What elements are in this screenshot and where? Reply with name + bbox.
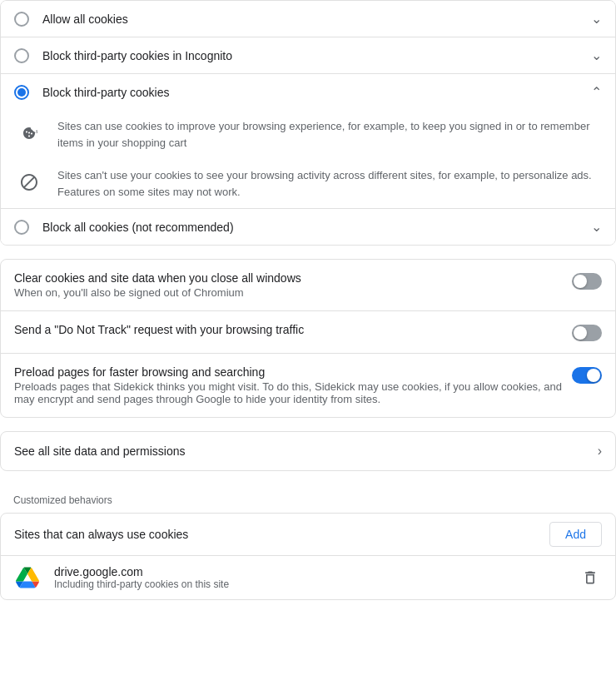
cookie-block-expand-item: Sites can't use your cookies to see your… <box>1 159 615 208</box>
allow-all-cookies-item: Allow all cookies ⌄ <box>1 1 615 37</box>
site-domain: drive.google.com <box>54 565 565 578</box>
clear-cookies-title: Clear cookies and site data when you clo… <box>14 271 572 285</box>
block-third-party-label: Block third-party cookies <box>42 86 584 99</box>
block-incognito-radio[interactable] <box>14 48 29 63</box>
site-entry-drive: drive.google.com Including third-party c… <box>1 556 615 599</box>
do-not-track-toggle[interactable] <box>572 325 602 341</box>
trash-icon <box>582 569 599 586</box>
site-data-section: See all site data and permissions › <box>0 431 616 471</box>
block-all-cookies-item: Block all cookies (not recommended) ⌄ <box>1 209 615 245</box>
block-incognito-label: Block third-party cookies in Incognito <box>42 49 584 62</box>
allow-all-label: Allow all cookies <box>42 12 584 26</box>
site-description: Including third-party cookies on this si… <box>54 578 565 590</box>
preload-pages-toggle[interactable] <box>572 367 602 384</box>
site-info-drive: drive.google.com Including third-party c… <box>54 565 565 590</box>
clear-cookies-desc: When on, you'll also be signed out of Ch… <box>14 286 572 299</box>
do-not-track-row: Send a "Do Not Track" request with your … <box>1 311 615 354</box>
see-all-site-data-row[interactable]: See all site data and permissions › <box>1 432 615 470</box>
allow-all-cookies-row[interactable]: Allow all cookies ⌄ <box>1 1 615 37</box>
preload-pages-title: Preload pages for faster browsing and se… <box>14 365 572 379</box>
cookie-allow-text: Sites can use cookies to improve your br… <box>57 118 602 151</box>
drive-favicon <box>14 564 41 591</box>
block-third-party-row[interactable]: Block third-party cookies ⌃ <box>1 74 615 110</box>
customized-behaviors-section: Customized behaviors Sites that can alwa… <box>0 478 616 600</box>
clear-cookies-row: Clear cookies and site data when you clo… <box>1 260 615 311</box>
toggle-section: Clear cookies and site data when you clo… <box>0 259 616 418</box>
delete-site-button[interactable] <box>579 566 602 589</box>
preload-pages-desc: Preloads pages that Sidekick thinks you … <box>14 380 572 405</box>
clear-cookies-toggle[interactable] <box>572 273 602 290</box>
block-third-party-chevron: ⌃ <box>591 84 602 100</box>
block-all-chevron: ⌄ <box>591 219 602 235</box>
cookie-allow-expand-item: Sites can use cookies to improve your br… <box>1 110 615 159</box>
block-incognito-item: Block third-party cookies in Incognito ⌄ <box>1 37 615 74</box>
block-third-party-item: Block third-party cookies ⌃ Sites can us… <box>1 74 615 209</box>
do-not-track-content: Send a "Do Not Track" request with your … <box>14 323 572 338</box>
block-incognito-chevron: ⌄ <box>591 47 602 63</box>
block-all-label: Block all cookies (not recommended) <box>42 221 584 234</box>
customized-behaviors-title: Customized behaviors <box>0 478 616 513</box>
preload-pages-row: Preload pages for faster browsing and se… <box>1 354 615 417</box>
cookie-block-text: Sites can't use your cookies to see your… <box>57 167 602 200</box>
clear-cookies-content: Clear cookies and site data when you clo… <box>14 271 572 299</box>
add-site-button[interactable]: Add <box>549 522 602 547</box>
block-third-party-radio[interactable] <box>14 85 29 100</box>
see-all-site-data-label: See all site data and permissions <box>14 444 598 458</box>
block-all-cookies-row[interactable]: Block all cookies (not recommended) ⌄ <box>1 209 615 245</box>
cookie-icon <box>14 118 44 148</box>
block-icon <box>14 167 44 197</box>
allow-all-chevron: ⌄ <box>591 11 602 27</box>
block-all-radio[interactable] <box>14 220 29 235</box>
block-incognito-row[interactable]: Block third-party cookies in Incognito ⌄ <box>1 37 615 73</box>
see-all-site-data-arrow: › <box>598 444 602 459</box>
do-not-track-title: Send a "Do Not Track" request with your … <box>14 323 572 336</box>
sites-always-use-cookies-section: Sites that can always use cookies Add <box>0 513 616 600</box>
cookie-options-list: Allow all cookies ⌄ Block third-party co… <box>0 0 616 246</box>
preload-pages-content: Preload pages for faster browsing and se… <box>14 365 572 405</box>
sites-always-label: Sites that can always use cookies <box>14 528 549 541</box>
settings-container: Allow all cookies ⌄ Block third-party co… <box>0 0 616 600</box>
allow-all-radio[interactable] <box>14 12 29 27</box>
sites-always-label-row: Sites that can always use cookies Add <box>1 514 615 556</box>
